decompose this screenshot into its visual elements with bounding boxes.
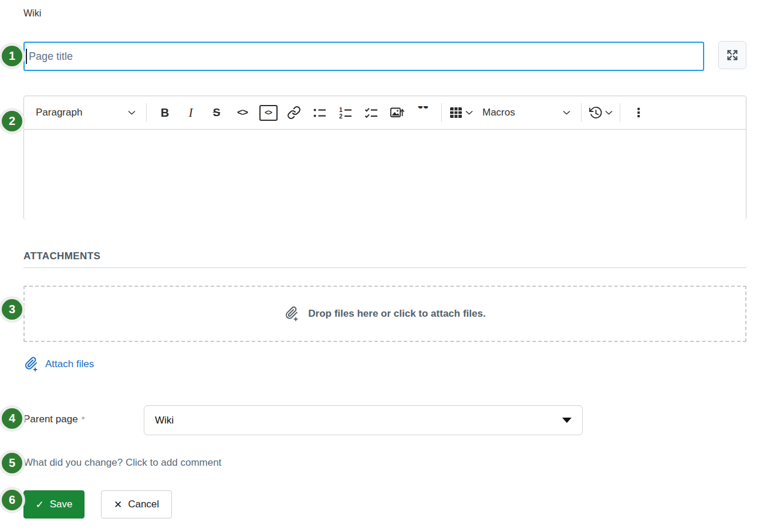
- toolbar-separator: [581, 103, 582, 122]
- toolbar-separator: [146, 103, 147, 122]
- macros-dropdown[interactable]: Macros: [479, 101, 574, 124]
- numbered-list-button[interactable]: 1 2: [334, 101, 357, 124]
- bold-button[interactable]: B: [154, 101, 176, 124]
- page-title-input[interactable]: [23, 42, 704, 71]
- svg-text:2: 2: [339, 113, 343, 120]
- attach-files-label: Attach files: [45, 358, 94, 370]
- macros-label: Macros: [482, 107, 515, 118]
- close-icon: ✕: [114, 499, 122, 511]
- annotation-badge-4: 4: [2, 408, 22, 429]
- todo-list-button[interactable]: [360, 101, 383, 124]
- bulleted-list-icon: [313, 106, 327, 120]
- italic-icon: I: [189, 106, 193, 120]
- text-cursor: [26, 49, 27, 64]
- insert-image-button[interactable]: [386, 101, 408, 124]
- toolbar-separator: [620, 103, 620, 122]
- attachments-section-header: ATTACHMENTS: [23, 250, 100, 262]
- inline-code-button[interactable]: <>: [231, 101, 254, 124]
- chevron-down-icon: [128, 110, 136, 115]
- paperclip-plus-icon: [23, 357, 39, 372]
- code-block-icon: <>: [259, 105, 278, 121]
- chevron-down-icon: [563, 110, 570, 115]
- toolbar-separator: [441, 103, 442, 122]
- block-quote-button[interactable]: “: [412, 101, 434, 124]
- fullscreen-toggle-button[interactable]: [718, 41, 746, 69]
- expand-icon: [725, 48, 739, 62]
- svg-text:1: 1: [339, 107, 343, 113]
- paragraph-style-label: Paragraph: [36, 107, 82, 118]
- commit-comment-field[interactable]: What did you change? Click to add commen…: [23, 457, 221, 469]
- bulleted-list-button[interactable]: [309, 101, 331, 124]
- strikethrough-icon: S: [213, 106, 221, 119]
- italic-button[interactable]: I: [180, 101, 202, 124]
- annotation-badge-3: 3: [2, 299, 22, 320]
- file-dropzone[interactable]: Drop files here or click to attach files…: [23, 286, 746, 342]
- chevron-down-icon: [465, 110, 473, 115]
- numbered-list-icon: 1 2: [339, 106, 353, 120]
- save-button[interactable]: ✓ Save: [23, 490, 85, 519]
- required-marker: *: [82, 414, 85, 424]
- chevron-down-icon: [605, 110, 613, 115]
- checkmark-icon: ✓: [36, 499, 44, 511]
- todo-list-icon: [364, 106, 378, 120]
- editor-content-area[interactable]: [24, 130, 746, 220]
- parent-page-label: Parent page*: [23, 414, 85, 425]
- section-divider: [23, 267, 746, 268]
- annotation-badge-5: 5: [2, 453, 22, 473]
- attach-files-link[interactable]: Attach files: [23, 357, 94, 372]
- insert-table-dropdown[interactable]: [449, 106, 473, 120]
- insert-image-icon: [390, 106, 405, 120]
- kebab-menu-icon: ⋮: [633, 106, 645, 120]
- cancel-button[interactable]: ✕ Cancel: [101, 490, 172, 519]
- revision-history-icon: [589, 106, 603, 120]
- bold-icon: B: [161, 106, 169, 120]
- paragraph-style-dropdown[interactable]: Paragraph: [32, 101, 139, 124]
- insert-table-icon: [449, 106, 463, 120]
- block-quote-icon: “: [417, 106, 430, 119]
- link-icon: [287, 106, 301, 120]
- wiki-editor-page: Wiki 1 2 3 4 5 6 Paragraph: [0, 0, 757, 532]
- annotation-badge-6: 6: [2, 490, 22, 510]
- strikethrough-button[interactable]: S: [205, 101, 228, 124]
- revision-history-dropdown[interactable]: [589, 106, 613, 120]
- editor-toolbar: Paragraph B I S <> <>: [24, 96, 746, 130]
- dropzone-label: Drop files here or click to attach files…: [308, 308, 485, 320]
- paperclip-plus-icon: [284, 306, 299, 321]
- code-block-button[interactable]: <>: [257, 101, 279, 124]
- overflow-menu-button[interactable]: ⋮: [627, 101, 650, 124]
- cancel-button-label: Cancel: [128, 499, 159, 510]
- parent-page-label-text: Parent page: [23, 414, 78, 425]
- breadcrumb: Wiki: [23, 8, 41, 19]
- save-button-label: Save: [50, 499, 73, 510]
- parent-page-select[interactable]: Wiki: [144, 405, 583, 435]
- annotation-badge-2: 2: [2, 111, 22, 131]
- inline-code-icon: <>: [237, 107, 248, 118]
- link-button[interactable]: [283, 101, 305, 124]
- parent-page-selected-value: Wiki: [155, 415, 562, 426]
- rich-text-editor: Paragraph B I S <> <>: [23, 96, 746, 220]
- select-dropdown-arrow-icon: [562, 418, 572, 423]
- annotation-badge-1: 1: [2, 46, 22, 66]
